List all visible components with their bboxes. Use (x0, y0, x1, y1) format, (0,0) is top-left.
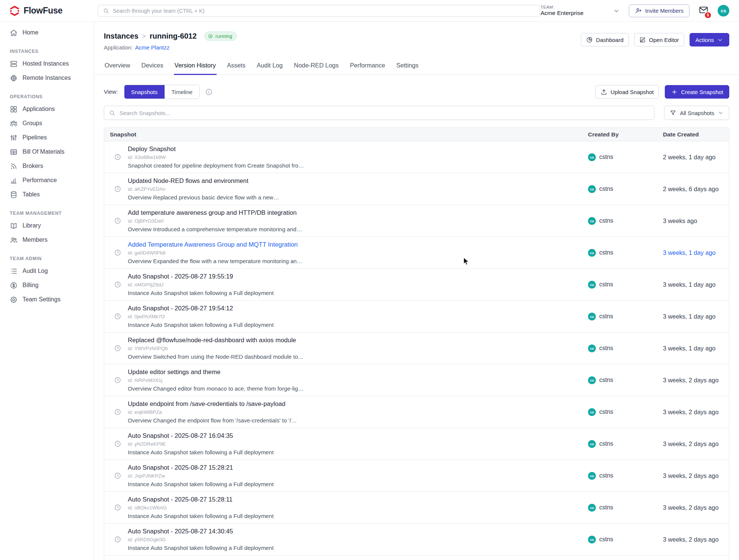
create-snapshot-button[interactable]: Create Snapshot (665, 85, 729, 99)
snapshot-cell: Add temperature awareness group and HTTP… (104, 209, 584, 232)
snapshot-search-input[interactable] (120, 110, 649, 116)
tab-audit-log[interactable]: Audit Log (256, 59, 283, 75)
global-search[interactable] (98, 5, 540, 17)
breadcrumb-instances-link[interactable]: Instances (104, 32, 138, 40)
notifications-button[interactable]: 5 (699, 5, 709, 16)
snapshot-title[interactable]: Updated Node-RED flows and environment (128, 177, 279, 185)
snapshot-row[interactable]: Update editor settings and themeid: AlRP… (104, 364, 729, 396)
snapshot-title[interactable]: Add temperature awareness group and HTTP… (128, 209, 302, 217)
clock-icon (114, 153, 121, 161)
tab-version-history[interactable]: Version History (174, 59, 217, 75)
sidebar-item-remote-instances[interactable]: Remote Instances (0, 71, 94, 85)
created-by-name: cstns (599, 249, 613, 256)
upload-snapshot-label: Upload Snapshot (610, 89, 654, 95)
dashboard-button[interactable]: Dashboard (581, 33, 628, 46)
view-toggle-timeline[interactable]: Timeline (165, 85, 199, 99)
tab-overview[interactable]: Overview (104, 59, 131, 75)
sidebar-item-tables[interactable]: Tables (0, 187, 94, 202)
sidebar-item-performance[interactable]: Performance (0, 173, 94, 187)
user-avatar: cs (588, 504, 596, 512)
sidebar-item-audit-log[interactable]: Audit Log (0, 264, 94, 278)
snapshot-row[interactable]: Auto Snapshot - 2025-08-27 19:55:19id: n… (104, 269, 729, 301)
snapshot-id: id: nMGP0jZ6dJ (128, 282, 274, 287)
sidebar-item-applications[interactable]: Applications (0, 102, 94, 116)
billing-icon (10, 281, 18, 289)
clock-icon (114, 440, 121, 448)
info-icon[interactable] (205, 88, 213, 96)
snapshot-title[interactable]: Auto Snapshot - 2025-08-27 19:54:12 (128, 305, 274, 312)
sidebar-item-pipelines[interactable]: Pipelines (0, 130, 94, 145)
topbar-right: TEAM: Acme Enterprise Invite Members 5 c… (540, 4, 739, 17)
snapshot-text: Added Temperature Awareness Group and MQ… (128, 241, 302, 264)
sidebar-item-hosted-instances[interactable]: Hosted Instances (0, 57, 94, 71)
invite-members-button[interactable]: Invite Members (629, 4, 690, 17)
snapshot-title[interactable]: Update endpoint from /save-credentials t… (128, 400, 297, 408)
created-by-cell: cscstns (584, 408, 659, 416)
snapshot-row[interactable]: Deploy Snapshotid: X3o6Bw1k9WSnapshot cr… (104, 141, 729, 173)
snapshot-date: 3 weeks, 2 days ago (659, 536, 729, 543)
snapshot-id: id: eojkWlBPZa (128, 409, 297, 415)
view-toggle-snapshots[interactable]: Snapshots (124, 85, 165, 99)
snapshot-title[interactable]: Auto Snapshot - 2025-08-27 15:28:11 (128, 496, 274, 503)
clock-icon (114, 408, 121, 416)
snapshot-description: Instance Auto Snapshot taken following a… (128, 290, 274, 296)
snapshot-filter-button[interactable]: All Snapshots (664, 106, 729, 120)
open-editor-button[interactable]: Open Editor (634, 33, 684, 46)
team-selector[interactable]: TEAM: Acme Enterprise (540, 5, 620, 16)
sidebar-item-home[interactable]: Home (0, 25, 94, 40)
sidebar: HomeINSTANCESHosted InstancesRemote Inst… (0, 22, 94, 560)
upload-snapshot-button[interactable]: Upload Snapshot (595, 85, 659, 99)
user-avatar-button[interactable]: cs (718, 5, 729, 16)
snapshot-title[interactable]: Auto Snapshot - 2025-08-27 15:28:21 (128, 464, 274, 472)
tab-performance[interactable]: Performance (349, 59, 386, 75)
sidebar-item-bill-of-materials[interactable]: Bill Of Materials (0, 145, 94, 159)
snapshot-row[interactable]: Update endpoint from /save-credentials t… (104, 396, 729, 428)
application-line: Application: Acme Plantzz (104, 44, 237, 51)
snapshot-row[interactable]: Add HTTP endpoint for saving credentials… (104, 556, 729, 560)
clock-icon (114, 504, 121, 511)
snapshot-id: id: oBOkv1W6AG (128, 505, 274, 511)
snapshot-title[interactable]: Replaced @flowfuse/node-red-dashboard wi… (128, 337, 304, 344)
snapshot-search[interactable] (104, 106, 654, 120)
flowfuse-logo[interactable]: FlowFuse (0, 5, 94, 16)
global-search-input[interactable] (113, 8, 535, 14)
flowfuse-logo-icon (9, 5, 20, 16)
sidebar-item-members[interactable]: Members (0, 233, 94, 247)
sidebar-item-library[interactable]: Library (0, 219, 94, 233)
tab-settings[interactable]: Settings (396, 59, 419, 75)
snapshot-row[interactable]: Auto Snapshot - 2025-08-27 19:54:12id: 0… (104, 301, 729, 332)
search-icon (109, 109, 116, 117)
open-editor-label: Open Editor (649, 37, 679, 43)
snapshot-row[interactable]: Auto Snapshot - 2025-08-27 15:28:11id: o… (104, 492, 729, 524)
actions-button[interactable]: Actions (690, 33, 729, 46)
snapshot-text: Update endpoint from /save-credentials t… (128, 400, 297, 423)
sidebar-item-groups[interactable]: Groups (0, 116, 94, 130)
snapshot-row[interactable]: Added Temperature Awareness Group and MQ… (104, 237, 729, 269)
tab-assets[interactable]: Assets (226, 59, 246, 75)
snapshot-title[interactable]: Auto Snapshot - 2025-08-27 19:55:19 (128, 273, 274, 280)
snapshot-row[interactable]: Auto Snapshot - 2025-08-27 14:30:45id: y… (104, 524, 729, 556)
created-by-cell: cscstns (584, 376, 659, 384)
sidebar-item-billing[interactable]: Billing (0, 278, 94, 292)
created-by-name: cstns (599, 536, 613, 543)
sidebar-item-team-settings[interactable]: Team Settings (0, 292, 94, 307)
upload-icon (600, 88, 607, 96)
created-by-name: cstns (599, 472, 613, 479)
snapshot-title[interactable]: Deploy Snapshot (128, 145, 304, 153)
snapshot-row[interactable]: Auto Snapshot - 2025-08-27 16:04:35id: y… (104, 428, 729, 460)
sidebar-item-brokers[interactable]: Brokers (0, 159, 94, 173)
snapshot-row[interactable]: Updated Node-RED flows and environmentid… (104, 173, 729, 205)
snapshot-title[interactable]: Added Temperature Awareness Group and MQ… (128, 241, 302, 249)
snapshot-title[interactable]: Auto Snapshot - 2025-08-27 14:30:45 (128, 528, 274, 535)
tab-node-red-logs[interactable]: Node-RED Logs (293, 59, 339, 75)
snapshot-row[interactable]: Replaced @flowfuse/node-red-dashboard wi… (104, 332, 729, 364)
snapshot-description: Overview Changed editor from monaco to a… (128, 385, 304, 392)
snapshot-text: Auto Snapshot - 2025-08-27 16:04:35id: y… (128, 432, 274, 455)
snapshot-row[interactable]: Add temperature awareness group and HTTP… (104, 205, 729, 237)
snapshot-title[interactable]: Update editor settings and theme (128, 368, 304, 376)
application-link[interactable]: Acme Plantzz (135, 44, 170, 51)
snapshot-row[interactable]: Auto Snapshot - 2025-08-27 15:28:21id: J… (104, 460, 729, 492)
snapshot-cell: Update editor settings and themeid: AlRP… (104, 368, 584, 391)
tab-devices[interactable]: Devices (141, 59, 164, 75)
snapshot-title[interactable]: Auto Snapshot - 2025-08-27 16:04:35 (128, 432, 274, 440)
